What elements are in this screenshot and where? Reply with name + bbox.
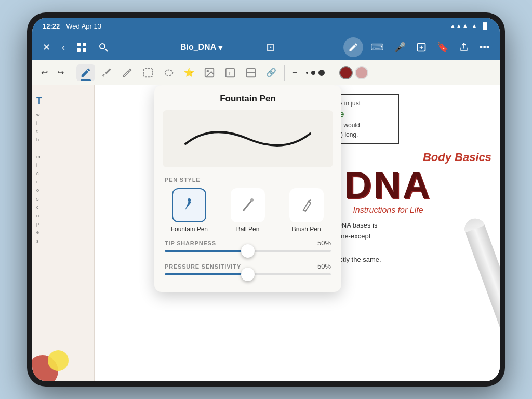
nav-right: ⌨ 🎤 🔖 ••• [343, 37, 493, 57]
ipad-screen: 12:22 Wed Apr 13 ▲▲▲ ▲ ▐▌ ✕ ‹ [32, 18, 500, 381]
svg-text:T: T [228, 70, 231, 75]
stroke-sizes [306, 70, 325, 76]
stroke-small[interactable] [306, 72, 308, 74]
fountain-pen-style-label: Fountain Pen [171, 225, 208, 233]
tip-sharpness-fill [165, 250, 248, 252]
undo-button[interactable]: ↩ [37, 65, 51, 80]
close-button[interactable]: ✕ [39, 39, 54, 55]
stroke-medium[interactable] [311, 71, 315, 75]
star-button[interactable]: ⭐ [180, 65, 198, 80]
pressure-sensitivity-fill [165, 273, 248, 275]
svg-point-10 [165, 70, 173, 75]
svg-rect-2 [77, 48, 81, 52]
status-bar: 12:22 Wed Apr 13 ▲▲▲ ▲ ▐▌ [32, 18, 500, 34]
svg-rect-1 [83, 43, 86, 46]
ball-pen-svg [238, 196, 257, 215]
share-button[interactable] [456, 40, 472, 55]
nav-title: Bio_DNA ▾ ⊡ [117, 41, 338, 54]
pen-popup-title: Fountain Pen [154, 85, 341, 106]
brush-pen-style-label: Brush Pen [292, 225, 321, 233]
tip-sharpness-label: TIP SHARPNESS [165, 240, 216, 246]
text-button[interactable]: T [221, 64, 240, 81]
bookmark-button[interactable]: 🔖 [434, 39, 451, 55]
mic-button[interactable]: 🎤 [391, 39, 409, 55]
pressure-sensitivity-section: PRESSURE SENSITIVITY 50% [154, 260, 341, 275]
pen-active-button[interactable] [343, 37, 363, 57]
svg-rect-3 [83, 48, 86, 52]
size-minus-button[interactable]: − [289, 65, 301, 80]
tip-sharpness-section: TIP SHARPNESS 50% [154, 237, 341, 252]
color-pink-swatch[interactable] [355, 66, 368, 79]
image-button[interactable] [200, 64, 219, 81]
doc-content: Fountain Pen PEN STYLE [95, 85, 500, 381]
left-strip: T withmicroscopes [32, 85, 95, 381]
brush-pen-svg [297, 196, 316, 215]
pen-styles-container: Fountain Pen Ball Pen [154, 186, 341, 237]
scan-button[interactable] [242, 64, 260, 81]
svg-point-4 [100, 44, 105, 49]
tip-sharpness-value: 50% [317, 239, 331, 247]
ball-pen-icon-box[interactable] [231, 188, 265, 222]
keyboard-button[interactable]: ⌨ [367, 39, 387, 55]
left-text-big: T [36, 94, 88, 109]
stroke-svg [170, 118, 326, 159]
status-date: Wed Apr 13 [66, 22, 101, 30]
brush-pen-style[interactable]: Brush Pen [280, 188, 333, 233]
tip-sharpness-thumb[interactable] [241, 244, 255, 258]
signal-icon: ▲▲▲ [449, 22, 468, 30]
ball-pen-style-label: Ball Pen [236, 225, 260, 233]
grid-button[interactable] [73, 40, 90, 55]
back-button[interactable]: ‹ [59, 40, 68, 55]
svg-line-20 [309, 200, 311, 201]
fountain-pen-style[interactable]: Fountain Pen [163, 188, 216, 233]
layout-icon: ⊡ [266, 41, 275, 54]
fountain-pen-icon-box[interactable] [172, 188, 206, 222]
svg-point-12 [207, 70, 208, 72]
pressure-sensitivity-value: 50% [317, 262, 331, 270]
svg-rect-9 [144, 68, 153, 77]
main-area: T withmicroscopes Fountain Pen [32, 85, 500, 381]
selection-button[interactable] [139, 64, 157, 81]
ipad-frame: 12:22 Wed Apr 13 ▲▲▲ ▲ ▐▌ ✕ ‹ [27, 12, 505, 387]
svg-point-19 [250, 198, 254, 202]
svg-point-17 [188, 198, 191, 202]
toolbar-separator [72, 65, 72, 81]
pressure-sensitivity-label: PRESSURE SENSITIVITY [165, 263, 241, 270]
brush-pen-icon-box[interactable] [289, 188, 324, 222]
stroke-large[interactable] [318, 70, 325, 76]
fountain-pen-svg [180, 196, 198, 215]
redo-button[interactable]: ↪ [54, 65, 68, 80]
battery-icon: ▐▌ [481, 22, 489, 30]
dropdown-icon: ▾ [218, 43, 222, 52]
pressure-sensitivity-thumb[interactable] [241, 268, 255, 281]
pencil-top [462, 216, 485, 232]
left-text-lines: withmicroscopes [36, 111, 88, 245]
pen-popup: Fountain Pen PEN STYLE [154, 85, 341, 292]
toolbar-separator-2 [284, 65, 285, 81]
toolbar: ↩ ↪ [32, 60, 500, 85]
svg-line-5 [105, 49, 108, 51]
pen-style-label: PEN STYLE [154, 171, 341, 186]
search-button[interactable] [95, 40, 112, 55]
eraser-button[interactable] [97, 64, 116, 81]
pencil-button[interactable] [118, 64, 137, 81]
ball-pen-style[interactable]: Ball Pen [221, 188, 275, 233]
stroke-preview [163, 110, 333, 167]
wifi-icon: ▲ [471, 22, 477, 30]
status-time: 12:22 [43, 22, 60, 30]
svg-line-18 [244, 200, 252, 210]
more-button[interactable]: ••• [476, 40, 493, 55]
status-icons: ▲▲▲ ▲ ▐▌ [449, 22, 489, 30]
left-deco [32, 340, 94, 381]
add-page-button[interactable] [413, 40, 430, 55]
apple-pencil [462, 216, 500, 350]
link-button[interactable]: 🔗 [262, 65, 280, 80]
pressure-sensitivity-track[interactable] [165, 273, 331, 275]
lasso-button[interactable] [159, 64, 178, 81]
color-dark-red-swatch[interactable] [339, 66, 353, 79]
pen-tool-button[interactable] [76, 64, 95, 81]
nav-bar: ✕ ‹ Bio_DNA ▾ ⊡ [32, 34, 500, 60]
left-text-content: T withmicroscopes [32, 85, 92, 254]
svg-rect-0 [77, 43, 81, 46]
tip-sharpness-track[interactable] [165, 250, 331, 252]
